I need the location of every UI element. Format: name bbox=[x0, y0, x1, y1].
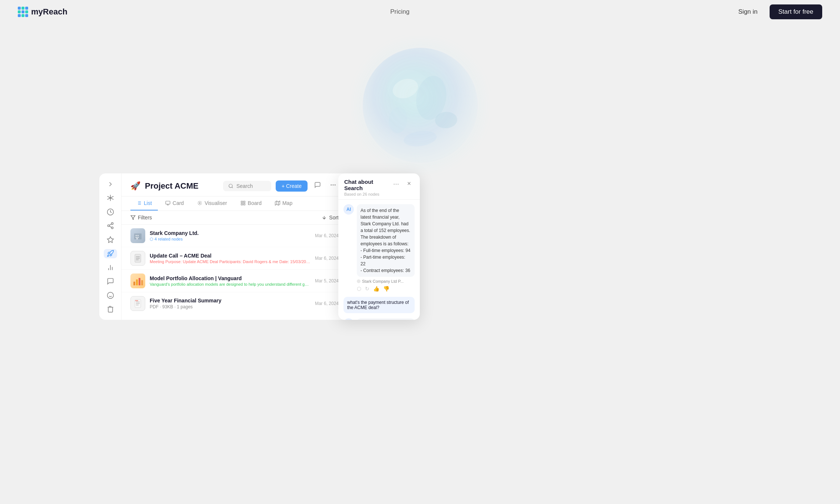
sidebar-item-trash[interactable] bbox=[104, 305, 117, 314]
list-icon bbox=[136, 200, 142, 206]
svg-rect-40 bbox=[241, 201, 242, 203]
filters-bar: Filters Sort bbox=[122, 211, 348, 225]
svg-point-22 bbox=[107, 292, 113, 298]
comment-button[interactable] bbox=[312, 180, 323, 192]
sidebar-item-face[interactable] bbox=[104, 291, 117, 300]
svg-point-13 bbox=[111, 223, 113, 225]
svg-rect-60 bbox=[136, 279, 138, 285]
svg-point-39 bbox=[199, 203, 200, 203]
item-title-4: Five Year Financial Summary bbox=[150, 298, 311, 304]
board-icon bbox=[240, 200, 246, 206]
navbar: myReach Pricing Sign in Start for free bbox=[0, 0, 840, 24]
tab-card[interactable]: Card bbox=[159, 196, 190, 210]
nav-pricing[interactable]: Pricing bbox=[383, 5, 417, 19]
svg-rect-53 bbox=[137, 237, 139, 238]
chat-source-1: Stark Company Ltd P... bbox=[357, 279, 415, 284]
main-nav: Pricing bbox=[67, 5, 733, 19]
user-question-block: what's the payment structure of the ACME… bbox=[343, 297, 415, 313]
sidebar-item-chart[interactable] bbox=[104, 263, 117, 272]
item-body-4: Five Year Financial Summary PDF · 93KB ·… bbox=[150, 298, 311, 309]
item-body-3: Model Portfolio Allocation | Vanguard Va… bbox=[150, 275, 311, 286]
sidebar-item-chevron[interactable] bbox=[104, 179, 117, 189]
item-thumbnail-3 bbox=[130, 273, 145, 288]
tab-visualiser[interactable]: Visualiser bbox=[191, 196, 233, 210]
chat-message-1: AI As of the end of the latest financial… bbox=[343, 204, 415, 292]
more-button[interactable] bbox=[328, 180, 339, 192]
start-button[interactable]: Start for free bbox=[770, 4, 822, 19]
sidebar-item-share[interactable] bbox=[104, 221, 117, 231]
sidebar-item-asterisk[interactable] bbox=[104, 193, 117, 203]
tabs: List Card Visualiser Board Map bbox=[122, 196, 348, 211]
source-dot bbox=[357, 279, 361, 283]
item-title-3: Model Portfolio Allocation | Vanguard bbox=[150, 275, 311, 281]
svg-rect-52 bbox=[136, 237, 137, 238]
svg-point-28 bbox=[335, 185, 336, 185]
create-button[interactable]: + Create bbox=[276, 180, 308, 192]
list-items: Stark Company Ltd. ⬡ 4 related nodes Mar… bbox=[122, 225, 348, 312]
logo-icon bbox=[18, 7, 28, 17]
svg-point-29 bbox=[331, 185, 332, 185]
list-item[interactable]: Update Call – ACME Deal Meeting Purpose:… bbox=[122, 247, 348, 270]
item-date-2: Mar 6, 2024 bbox=[315, 256, 339, 261]
project-emoji: 🚀 bbox=[130, 181, 140, 191]
logo-text: myReach bbox=[31, 7, 67, 17]
navbar-actions: Sign in Start for free bbox=[733, 4, 822, 19]
chat-header: Chat about Search Based on 26 nodes ⋯ bbox=[338, 173, 420, 200]
copy-icon[interactable]: ⬡ bbox=[357, 286, 361, 292]
sidebar-item-chat[interactable] bbox=[104, 277, 117, 286]
svg-line-16 bbox=[109, 226, 112, 228]
svg-rect-42 bbox=[243, 203, 245, 205]
item-body-1: Stark Company Ltd. ⬡ 4 related nodes bbox=[150, 230, 311, 242]
svg-marker-44 bbox=[275, 201, 280, 205]
close-icon bbox=[406, 181, 412, 186]
chat-more-button[interactable]: ⋯ bbox=[391, 179, 401, 189]
svg-rect-51 bbox=[137, 235, 139, 236]
chat-title: Chat about Search bbox=[344, 179, 391, 191]
item-body-2: Update Call – ACME Deal Meeting Purpose:… bbox=[150, 253, 311, 264]
list-item[interactable]: PDF Five Year Financial Summary PDF · 93… bbox=[122, 292, 348, 312]
item-date-4: Mar 6, 2024 bbox=[315, 301, 339, 306]
item-thumbnail-2 bbox=[130, 251, 145, 266]
sort-button[interactable]: Sort bbox=[322, 215, 339, 220]
project-title: Project ACME bbox=[145, 181, 219, 191]
item-date-3: Mar 5, 2024 bbox=[315, 278, 339, 284]
item-subtitle-1: ⬡ 4 related nodes bbox=[150, 237, 311, 242]
chat-close-button[interactable] bbox=[404, 179, 414, 189]
logo[interactable]: myReach bbox=[18, 7, 67, 17]
sidebar-item-rocket[interactable] bbox=[104, 249, 117, 259]
tab-list[interactable]: List bbox=[130, 196, 158, 210]
chat-panel: Chat about Search Based on 26 nodes ⋯ AI… bbox=[338, 173, 420, 320]
svg-point-14 bbox=[107, 225, 109, 227]
tab-board[interactable]: Board bbox=[235, 196, 268, 210]
globe-container bbox=[350, 35, 491, 176]
svg-rect-59 bbox=[133, 282, 135, 285]
thumbup-icon[interactable]: 👍 bbox=[373, 286, 379, 292]
svg-rect-61 bbox=[139, 278, 140, 285]
refresh-icon[interactable]: ↻ bbox=[365, 286, 369, 292]
signin-button[interactable]: Sign in bbox=[733, 5, 764, 19]
tab-map[interactable]: Map bbox=[269, 196, 298, 210]
list-item[interactable]: Model Portfolio Allocation | Vanguard Va… bbox=[122, 270, 348, 292]
svg-point-25 bbox=[229, 184, 232, 187]
svg-rect-54 bbox=[136, 238, 138, 239]
svg-point-27 bbox=[333, 185, 333, 185]
svg-marker-47 bbox=[131, 216, 135, 220]
svg-marker-18 bbox=[107, 236, 113, 242]
sort-icon bbox=[322, 215, 327, 220]
svg-rect-41 bbox=[243, 201, 245, 203]
sidebar bbox=[99, 173, 122, 320]
filters-button[interactable]: Filters bbox=[130, 215, 152, 220]
item-subtitle-3: Vanguard's portfolio allocation models a… bbox=[150, 282, 311, 286]
item-subtitle-4: PDF · 93KB · 1 pages bbox=[150, 304, 311, 309]
svg-line-26 bbox=[232, 187, 233, 188]
main-panel: 🚀 Project ACME Search + Create List Card… bbox=[122, 173, 348, 320]
card-icon bbox=[165, 200, 170, 206]
sidebar-item-clock[interactable] bbox=[104, 207, 117, 217]
chat-header-actions: ⋯ bbox=[391, 179, 414, 189]
svg-point-15 bbox=[111, 227, 113, 229]
chat-bubble-1: As of the end of the latest financial ye… bbox=[357, 204, 415, 277]
search-bar[interactable]: Search bbox=[223, 181, 271, 191]
thumbdown-icon[interactable]: 👎 bbox=[383, 286, 389, 292]
list-item[interactable]: Stark Company Ltd. ⬡ 4 related nodes Mar… bbox=[122, 225, 348, 247]
sidebar-item-star[interactable] bbox=[104, 235, 117, 245]
